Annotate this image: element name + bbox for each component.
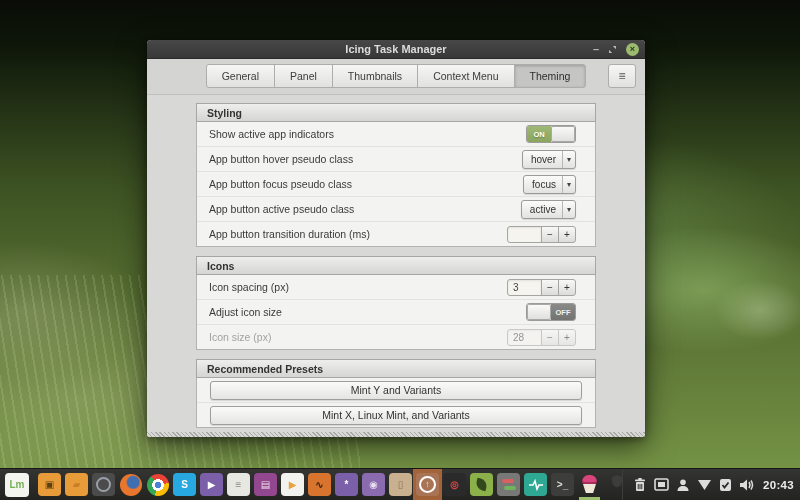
taskbar-app-screen-recorder[interactable]: ◎: [443, 473, 466, 496]
taskbar-app-game-app[interactable]: ∿: [308, 473, 331, 496]
section-header: Styling: [196, 103, 596, 122]
section-header: Recommended Presets: [196, 359, 596, 378]
icon-spacing-spinner: 3 − +: [507, 279, 576, 296]
window-titlebar[interactable]: Icing Task Manager – ×: [147, 40, 645, 59]
adjust-icon-size-toggle[interactable]: OFF: [526, 303, 576, 321]
taskbar-app-update-manager[interactable]: ↑: [416, 473, 439, 496]
taskbar-app-files[interactable]: ▣: [38, 473, 61, 496]
spinner-entry[interactable]: [507, 226, 542, 243]
system-tray: 20:43: [622, 469, 796, 500]
show-active-indicators-toggle[interactable]: ON: [526, 125, 576, 143]
taskbar-app-icing-task-manager[interactable]: [578, 473, 601, 496]
taskbar-app-document-app[interactable]: ▤: [254, 473, 277, 496]
plus-button: +: [558, 329, 576, 346]
taskbar-app-chrome[interactable]: [146, 473, 169, 496]
network-icon[interactable]: [697, 479, 712, 491]
taskbar-app-leaf-app[interactable]: [470, 473, 493, 496]
chevron-down-icon: ▾: [562, 201, 575, 218]
settings-row: App button transition duration (ms) − +: [197, 221, 595, 246]
tab-context-menu[interactable]: Context Menu: [417, 64, 514, 88]
minus-button[interactable]: −: [541, 279, 559, 296]
taskbar-apps: Lm▣▰S▶≡▤▶∿*◉▯↑◎>_: [5, 473, 601, 497]
taskbar-app-terminal[interactable]: >_: [551, 473, 574, 496]
settings-row: App button active pseudo class active ▾: [197, 196, 595, 221]
tab-theming[interactable]: Theming: [514, 64, 587, 88]
screenshot-icon[interactable]: [654, 478, 669, 491]
mint-x-preset-button[interactable]: Mint X, Linux Mint, and Variants: [210, 406, 582, 425]
tab-panel[interactable]: Panel: [274, 64, 333, 88]
settings-row: Show active app indicators ON: [197, 122, 595, 146]
plus-button[interactable]: +: [558, 226, 576, 243]
tab-thumbnails[interactable]: Thumbnails: [332, 64, 418, 88]
taskbar-app-tweaks-app[interactable]: [497, 473, 520, 496]
taskbar-app-libreoffice[interactable]: ≡: [227, 473, 250, 496]
volume-icon[interactable]: [739, 478, 756, 492]
tab-general[interactable]: General: [206, 64, 275, 88]
section-header: Icons: [196, 256, 596, 275]
taskbar-app-video-app[interactable]: ▶: [281, 473, 304, 496]
settings-row: Mint X, Linux Mint, and Variants: [197, 402, 595, 427]
minus-button[interactable]: −: [541, 226, 559, 243]
taskbar-app-system-monitor[interactable]: [524, 473, 547, 496]
taskbar-app-firefox[interactable]: [119, 473, 142, 496]
mint-y-preset-button[interactable]: Mint Y and Variants: [210, 381, 582, 400]
settings-row: Mint Y and Variants: [197, 378, 595, 402]
settings-row: App button focus pseudo class focus ▾: [197, 171, 595, 196]
taskbar-app-webcam-app[interactable]: ◉: [362, 473, 385, 496]
plus-button[interactable]: +: [558, 279, 576, 296]
user-icon[interactable]: [676, 478, 690, 492]
hamburger-menu-icon[interactable]: ≡: [608, 64, 636, 88]
updates-icon[interactable]: [719, 478, 732, 492]
taskbar-app-media-player[interactable]: ▶: [200, 473, 223, 496]
chevron-down-icon: ▾: [562, 176, 575, 193]
transition-duration-spinner: − +: [507, 226, 576, 243]
minus-button: −: [541, 329, 559, 346]
taskbar-app-paint-app[interactable]: *: [335, 473, 358, 496]
taskbar-app-folder[interactable]: ▰: [65, 473, 88, 496]
settings-row: Adjust icon size OFF: [197, 299, 595, 324]
settings-row: App button hover pseudo class hover ▾: [197, 146, 595, 171]
styling-section: Styling Show active app indicators ON Ap…: [196, 103, 596, 247]
taskbar: Lm▣▰S▶≡▤▶∿*◉▯↑◎>_ 20:43: [0, 468, 800, 500]
clock[interactable]: 20:43: [763, 479, 796, 491]
icing-task-manager-window: Icing Task Manager – × General Panel Thu…: [147, 40, 645, 437]
minimize-icon[interactable]: –: [593, 44, 599, 54]
restore-icon[interactable]: [608, 45, 617, 54]
hover-pseudo-class-dropdown[interactable]: hover ▾: [522, 150, 576, 169]
chevron-down-icon: ▾: [562, 151, 575, 168]
taskbar-app-skype[interactable]: S: [173, 473, 196, 496]
taskbar-app-mint-menu[interactable]: Lm: [5, 473, 29, 497]
icon-size-spinner: 28 − +: [507, 329, 576, 346]
active-pseudo-class-dropdown[interactable]: active ▾: [521, 200, 576, 219]
trash-icon[interactable]: [633, 477, 647, 492]
window-title: Icing Task Manager: [147, 43, 645, 55]
settings-content: Styling Show active app indicators ON Ap…: [147, 95, 645, 437]
presets-section: Recommended Presets Mint Y and Variants …: [196, 359, 596, 428]
tab-bar: General Panel Thumbnails Context Menu Th…: [147, 59, 645, 95]
taskbar-app-package-app[interactable]: ▯: [389, 473, 412, 496]
spinner-entry: 28: [507, 329, 542, 346]
spinner-entry[interactable]: 3: [507, 279, 542, 296]
settings-row: Icon size (px) 28 − +: [197, 324, 595, 349]
settings-row: Icon spacing (px) 3 − +: [197, 275, 595, 299]
icons-section: Icons Icon spacing (px) 3 − + Adjust ico…: [196, 256, 596, 350]
focus-pseudo-class-dropdown[interactable]: focus ▾: [523, 175, 576, 194]
taskbar-app-screenshot-tool[interactable]: [92, 473, 115, 496]
close-icon[interactable]: ×: [626, 43, 639, 56]
